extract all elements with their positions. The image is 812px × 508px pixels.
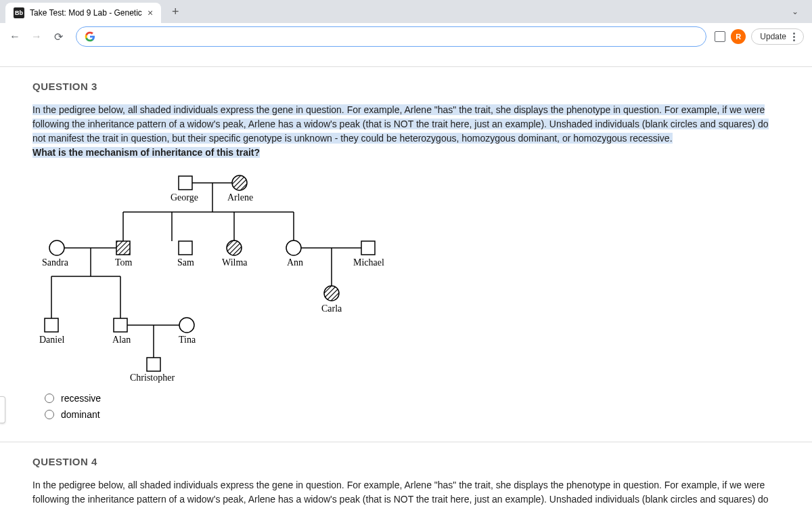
label-christopher: Christopher — [130, 373, 175, 383]
window-controls: ⌄ — [786, 4, 812, 19]
svg-rect-24 — [45, 318, 58, 332]
svg-point-14 — [286, 240, 301, 255]
browser-tab[interactable]: Bb Take Test: Mod 9 Lab - Genetic × — [5, 3, 161, 23]
close-icon[interactable]: × — [148, 7, 153, 18]
label-sandra: Sandra — [42, 257, 68, 268]
svg-rect-1 — [179, 176, 192, 190]
google-icon — [85, 31, 95, 42]
question-3-body: In the pedigree below, all shaded indivi… — [32, 103, 780, 160]
radio-icon[interactable] — [45, 410, 54, 419]
pedigree-svg — [32, 168, 411, 385]
svg-rect-12 — [179, 241, 192, 255]
svg-point-26 — [179, 318, 194, 333]
label-michael: Michael — [353, 257, 384, 268]
question-4-text: In the pedigree below, all shaded indivi… — [32, 480, 769, 508]
radio-icon[interactable] — [45, 394, 54, 403]
svg-point-10 — [49, 240, 64, 255]
tab-strip: Bb Take Test: Mod 9 Lab - Genetic × + ⌄ — [0, 0, 812, 23]
tab-title: Take Test: Mod 9 Lab - Genetic — [30, 8, 142, 18]
question-4-body: In the pedigree below, all shaded indivi… — [32, 478, 780, 508]
side-panel-tab[interactable] — [0, 396, 5, 423]
svg-point-2 — [232, 175, 247, 190]
option-dominant[interactable]: dominant — [45, 406, 780, 423]
reload-button[interactable]: ⟳ — [49, 27, 68, 46]
new-tab-button[interactable]: + — [166, 5, 185, 19]
svg-point-13 — [227, 240, 242, 255]
tab-favicon: Bb — [14, 7, 24, 18]
option-label: recessive — [61, 393, 101, 404]
label-wilma: Wilma — [222, 257, 248, 268]
chevron-down-icon[interactable]: ⌄ — [786, 4, 804, 19]
question-3-text: In the pedigree below, all shaded indivi… — [32, 104, 769, 144]
label-tom: Tom — [115, 257, 132, 268]
question-3-prompt: What is the mechanism of inheritance of … — [32, 147, 260, 158]
address-bar[interactable] — [76, 26, 706, 47]
page-content: QUESTION 3 In the pedigree below, all sh… — [0, 50, 812, 508]
question-3-header: QUESTION 3 — [32, 81, 780, 92]
answer-options: recessive dominant — [45, 390, 780, 423]
forward-button[interactable]: → — [27, 27, 46, 46]
update-button[interactable]: Update — [751, 28, 804, 45]
label-alan: Alan — [112, 335, 131, 345]
option-recessive[interactable]: recessive — [45, 390, 780, 406]
browser-chrome: Bb Take Test: Mod 9 Lab - Genetic × + ⌄ … — [0, 0, 812, 50]
label-carla: Carla — [321, 303, 342, 314]
back-button[interactable]: ← — [5, 27, 24, 46]
pedigree-chart: George Arlene Sandra Tom Sam Wilma Ann M… — [32, 168, 780, 385]
update-label: Update — [760, 32, 786, 41]
label-sam: Sam — [177, 257, 194, 268]
label-arlene: Arlene — [227, 192, 253, 203]
svg-rect-11 — [116, 241, 130, 255]
label-ann: Ann — [287, 257, 303, 268]
svg-rect-25 — [114, 318, 127, 332]
label-george: George — [171, 192, 198, 203]
browser-toolbar: ← → ⟳ R Update — [0, 23, 812, 50]
svg-rect-15 — [361, 241, 375, 255]
label-tina: Tina — [179, 335, 196, 345]
divider — [0, 442, 812, 442]
svg-point-23 — [324, 286, 339, 301]
question-4-header: QUESTION 4 — [32, 456, 780, 467]
svg-rect-29 — [147, 358, 160, 371]
label-daniel: Daniel — [39, 335, 64, 345]
more-icon[interactable] — [790, 33, 795, 41]
profile-badge[interactable]: R — [731, 29, 746, 44]
toolbar-right: R Update — [715, 28, 807, 45]
panel-icon[interactable] — [715, 31, 725, 42]
option-label: dominant — [61, 409, 100, 420]
